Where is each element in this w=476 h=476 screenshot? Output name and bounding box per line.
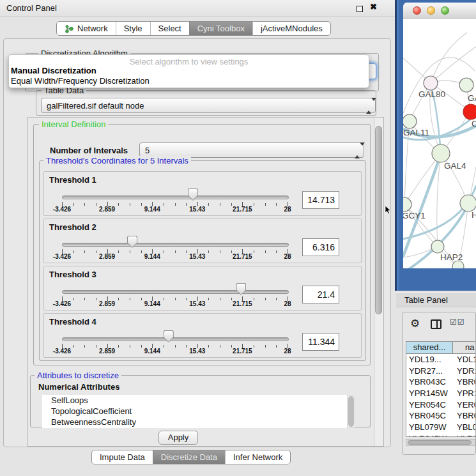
- split-columns-icon[interactable]: [431, 319, 441, 329]
- slider-tick: [220, 203, 220, 206]
- mac-zoom-icon[interactable]: [441, 6, 449, 15]
- table-row[interactable]: YBL079WYBL079W: [406, 422, 475, 433]
- tab-cyni-toolbox[interactable]: Cyni Toolbox: [189, 22, 252, 35]
- node-ga[interactable]: [459, 78, 473, 92]
- edge[interactable]: [408, 266, 457, 268]
- slider-tick: [208, 203, 209, 206]
- slider-tick: [186, 203, 187, 206]
- node-h[interactable]: [460, 195, 476, 211]
- checkbox-filter-icon[interactable]: ☑☑: [450, 318, 465, 326]
- column-header-name[interactable]: na: [453, 342, 475, 353]
- combo-stepper-icon[interactable]: [355, 146, 360, 155]
- gear-icon[interactable]: ⚙: [410, 317, 420, 330]
- close-icon[interactable]: ✖: [370, 2, 377, 12]
- threshold-3-value-input[interactable]: 21.4: [302, 286, 339, 303]
- dropdown-option-equal-width[interactable]: Equal Width/Frequency Discretization: [9, 76, 369, 86]
- network-graph[interactable]: GAL80GACGAL11GAL4GCY1HHAP2: [403, 19, 476, 268]
- apply-button[interactable]: Apply: [158, 431, 198, 445]
- network-window-titlebar[interactable]: [403, 3, 476, 19]
- node-hap2[interactable]: [431, 240, 444, 253]
- node-gcy1[interactable]: [403, 197, 411, 211]
- node-gal11[interactable]: [403, 114, 417, 128]
- slider-tick: [164, 203, 164, 206]
- slider-tick: [96, 345, 96, 348]
- cell-shared-name[interactable]: YBR045C: [406, 410, 453, 422]
- threshold-1-value-input[interactable]: 14.713: [302, 191, 339, 209]
- cell-name[interactable]: YBR045C: [453, 410, 475, 422]
- tab-infer-network[interactable]: Infer Network: [225, 450, 290, 464]
- network-view-window[interactable]: GAL80GACGAL11GAL4GCY1HHAP2: [395, 0, 476, 291]
- cell-name[interactable]: YBR043C: [453, 376, 475, 388]
- tab-style[interactable]: Style: [116, 22, 150, 35]
- slider-tick: [175, 250, 176, 253]
- attribute-item[interactable]: SelfLoops: [42, 395, 347, 406]
- edge[interactable]: [431, 47, 476, 83]
- scrollbar-thumb[interactable]: [408, 440, 472, 445]
- tab-select[interactable]: Select: [150, 22, 189, 35]
- threshold-1-panel: Threshold 1-3.4262.8599.14415.4321.71528…: [43, 171, 362, 216]
- cell-shared-name[interactable]: YBR043C: [406, 376, 453, 388]
- mac-close-icon[interactable]: [413, 6, 421, 15]
- edge[interactable]: [431, 33, 467, 83]
- slider-tick: [141, 203, 142, 206]
- tick-label: 21.715: [233, 348, 252, 355]
- cell-name[interactable]: YDL19...: [453, 354, 475, 365]
- slider-tick: [175, 298, 176, 300]
- scrollbar-thumb[interactable]: [348, 396, 354, 427]
- tab-network[interactable]: Network: [57, 22, 116, 35]
- cell-name[interactable]: YDR27...: [453, 365, 475, 377]
- slider-tick: [186, 298, 187, 300]
- slider-tick: [96, 250, 96, 253]
- cell-shared-name[interactable]: YPR145W: [406, 388, 453, 399]
- threshold-2-panel: Threshold 2-3.4262.8599.14415.4321.71528…: [43, 219, 362, 263]
- cell-shared-name[interactable]: YDL19...: [406, 354, 453, 365]
- node-gal4[interactable]: [432, 144, 450, 162]
- node-gal80[interactable]: [424, 76, 438, 90]
- slider-track[interactable]: [62, 337, 289, 341]
- table-row[interactable]: YER054CYER054C: [406, 399, 475, 411]
- attribute-list[interactable]: SelfLoopsTopologicalCoefficientBetweenne…: [42, 395, 347, 428]
- node-c[interactable]: [463, 104, 476, 119]
- cell-shared-name[interactable]: YER054C: [406, 399, 453, 411]
- table-row[interactable]: YBR043CYBR043C: [406, 376, 475, 388]
- vertical-scrollbar[interactable]: [374, 118, 383, 446]
- node-label: H: [472, 210, 476, 220]
- network-canvas[interactable]: GAL80GACGAL11GAL4GCY1HHAP2: [403, 19, 476, 268]
- column-header-shared-name[interactable]: shared...: [406, 342, 453, 353]
- scrollbar-thumb[interactable]: [375, 126, 382, 314]
- numerical-attributes-label: Numerical Attributes: [38, 382, 119, 392]
- tick-label: 21.715: [233, 253, 252, 260]
- table-row[interactable]: YBR045CYBR045C: [406, 410, 475, 422]
- tab-discretize-data[interactable]: Discretize Data: [153, 450, 225, 464]
- mac-minimize-icon[interactable]: [427, 6, 435, 15]
- cell-shared-name[interactable]: YLR345W: [406, 433, 453, 437]
- node-table[interactable]: shared... na YDL19...YDL19...YDR27...YDR…: [406, 341, 475, 437]
- attribute-item[interactable]: BetweennessCentrality: [42, 417, 347, 427]
- table-data-combobox[interactable]: galFiltered.sif default node: [41, 98, 376, 113]
- cell-shared-name[interactable]: YBL079W: [406, 422, 453, 433]
- cell-name[interactable]: YPR145W: [453, 388, 475, 399]
- attribute-list-scrollbar[interactable]: [347, 395, 355, 428]
- table-row[interactable]: YPR145WYPR145W: [406, 388, 475, 399]
- cell-name[interactable]: YER054C: [453, 399, 475, 411]
- slider-track[interactable]: [62, 196, 289, 199]
- table-row[interactable]: YDL19...YDL19...: [406, 354, 475, 365]
- cell-shared-name[interactable]: YDR27...: [406, 365, 453, 377]
- cell-name[interactable]: YBL079W: [453, 422, 475, 433]
- dropdown-option-manual[interactable]: Manual Discretization: [9, 66, 369, 76]
- tab-jactivemnodules[interactable]: jActiveMNodules: [252, 22, 330, 35]
- table-row[interactable]: YLR345WYLR345W: [406, 433, 475, 437]
- slider-track[interactable]: [62, 243, 289, 247]
- table-header[interactable]: shared... na: [406, 342, 475, 354]
- horizontal-scrollbar[interactable]: [406, 439, 475, 446]
- float-window-icon[interactable]: [357, 6, 363, 12]
- cell-name[interactable]: YLR345W: [453, 433, 475, 437]
- node[interactable]: [452, 261, 464, 268]
- tab-impute-data[interactable]: Impute Data: [92, 450, 153, 464]
- slider-track[interactable]: [62, 290, 289, 294]
- threshold-4-value-input[interactable]: 11.344: [302, 333, 339, 351]
- attribute-item[interactable]: TopologicalCoefficient: [42, 406, 347, 417]
- combo-stepper-icon[interactable]: [366, 101, 372, 111]
- threshold-2-value-input[interactable]: 6.316: [302, 238, 339, 256]
- table-row[interactable]: YDR27...YDR27...: [406, 365, 475, 377]
